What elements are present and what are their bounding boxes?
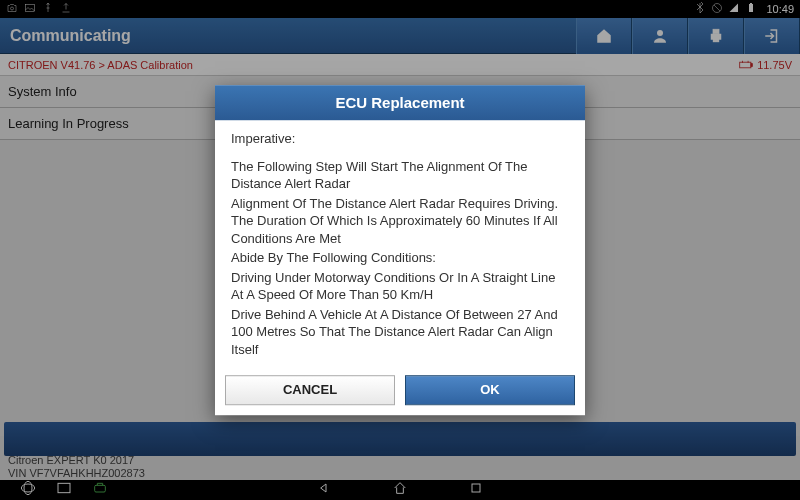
ok-button[interactable]: OK xyxy=(405,375,575,405)
cancel-button[interactable]: CANCEL xyxy=(225,375,395,405)
modal-title: ECU Replacement xyxy=(215,85,585,120)
modal-dialog: ECU Replacement Imperative: The Followin… xyxy=(215,85,585,415)
modal-body: Imperative: The Following Step Will Star… xyxy=(215,120,585,369)
